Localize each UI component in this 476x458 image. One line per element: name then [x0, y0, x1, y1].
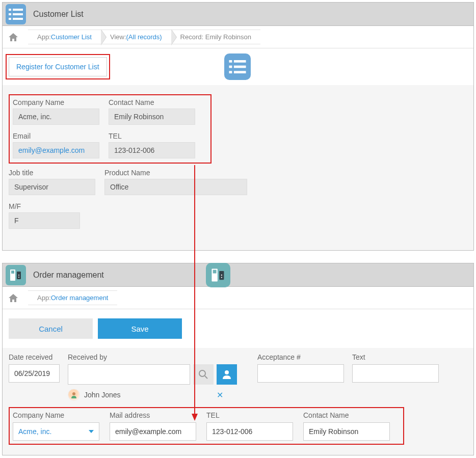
breadcrumb-record: Record: Emily Robinson — [171, 30, 260, 44]
list-app-icon — [6, 4, 26, 24]
mf-label: M/F — [9, 202, 80, 210]
customer-list-panel: Customer List App: Customer List View: (… — [2, 2, 474, 251]
mf-value: F — [9, 212, 80, 229]
svg-rect-18 — [213, 270, 216, 273]
register-button[interactable]: Register for Customer List — [9, 57, 107, 76]
job-title-value: Supervisor — [9, 179, 95, 195]
acceptance-input[interactable] — [257, 364, 344, 383]
company-name-label-b: Company Name — [13, 411, 99, 419]
cancel-button[interactable]: Cancel — [9, 318, 93, 339]
breadcrumb-app[interactable]: App: Customer List — [28, 30, 101, 44]
user-chip: John Jones ✕ — [68, 389, 237, 401]
breadcrumb-app-bottom[interactable]: App: Order management — [28, 290, 117, 305]
home-icon[interactable] — [9, 33, 18, 42]
svg-rect-5 — [13, 18, 23, 20]
svg-rect-4 — [9, 18, 11, 20]
svg-point-21 — [221, 277, 222, 278]
company-name-label: Company Name — [13, 98, 99, 106]
breadcrumb-bar: App: Customer List View: (All records) R… — [3, 26, 473, 48]
panel-title-bottom: Order management — [33, 271, 104, 280]
phone-app-icon-large — [206, 263, 230, 287]
tel-input[interactable] — [206, 422, 293, 441]
svg-rect-1 — [13, 9, 23, 11]
breadcrumb-app-link[interactable]: Customer List — [51, 33, 92, 41]
date-received-input[interactable] — [9, 364, 60, 383]
date-received-label: Date received — [9, 353, 60, 361]
tel-label-b: TEL — [206, 411, 293, 419]
acceptance-label: Acceptance # — [257, 353, 344, 361]
breadcrumb-app-label: App: — [37, 33, 51, 41]
contact-input[interactable] — [303, 422, 390, 441]
svg-point-24 — [225, 370, 229, 374]
user-chip-name: John Jones — [84, 391, 121, 399]
svg-rect-10 — [229, 71, 232, 73]
svg-rect-8 — [229, 66, 232, 68]
svg-rect-11 — [234, 71, 246, 73]
home-icon[interactable] — [9, 293, 18, 303]
svg-rect-13 — [11, 271, 14, 274]
list-app-icon-large — [224, 53, 251, 80]
email-label: Email — [13, 132, 99, 140]
email-value[interactable]: emily@example.com — [13, 142, 99, 158]
phone-app-icon — [6, 265, 26, 285]
breadcrumb-view-label: View: — [110, 33, 126, 41]
save-button[interactable]: Save — [98, 318, 182, 339]
text-input[interactable] — [352, 364, 439, 383]
toolbar: Register for Customer List — [3, 48, 473, 85]
record-detail: Company Name Acme, inc. Contact Name Emi… — [3, 85, 473, 250]
contact-label-b: Contact Name — [303, 411, 390, 419]
highlighted-fields: Company Name Acme, inc. Contact Name Emi… — [9, 94, 211, 164]
svg-rect-6 — [229, 60, 232, 63]
avatar — [68, 389, 80, 401]
breadcrumb-record-label: Record: Emily Robinson — [180, 33, 251, 41]
user-picker-icon[interactable] — [217, 364, 237, 385]
svg-line-23 — [205, 376, 207, 379]
breadcrumb-view-link[interactable]: (All records) — [126, 33, 162, 41]
contact-name-label: Contact Name — [109, 98, 195, 106]
received-by-input[interactable] — [68, 364, 190, 385]
panel-header-bottom: Order management — [3, 263, 473, 287]
remove-user-icon[interactable]: ✕ — [217, 390, 223, 400]
breadcrumb-view[interactable]: View: (All records) — [101, 30, 171, 44]
job-title-label: Job title — [9, 169, 95, 177]
svg-point-22 — [199, 370, 205, 376]
text-label: Text — [352, 353, 439, 361]
company-dropdown-value: Acme, inc. — [18, 427, 51, 436]
panel-title: Customer List — [33, 10, 84, 19]
product-name-value: Office — [104, 179, 247, 195]
tel-label: TEL — [109, 132, 195, 140]
tel-value: 123-012-006 — [109, 142, 195, 158]
search-icon[interactable] — [193, 364, 214, 385]
mapped-fields: Company Name Acme, inc. Mail address TEL… — [9, 407, 404, 445]
breadcrumb-app-label: App: — [37, 294, 51, 302]
received-by-label: Received by — [68, 353, 237, 361]
svg-point-16 — [18, 277, 19, 278]
action-bar: Cancel Save — [3, 309, 473, 348]
breadcrumb-bar-bottom: App: Order management — [3, 287, 473, 309]
svg-rect-3 — [13, 13, 23, 15]
svg-point-15 — [18, 275, 19, 276]
chevron-down-icon — [89, 430, 94, 433]
svg-rect-9 — [234, 66, 246, 68]
svg-rect-7 — [234, 60, 246, 63]
contact-name-value: Emily Robinson — [109, 109, 195, 125]
order-management-panel: Order management App: Order management C… — [2, 263, 474, 455]
product-name-label: Product Name — [104, 169, 247, 177]
panel-header: Customer List — [3, 3, 473, 26]
svg-rect-0 — [9, 9, 11, 11]
svg-point-25 — [72, 392, 75, 395]
svg-rect-2 — [9, 13, 11, 15]
company-name-value: Acme, inc. — [13, 109, 99, 125]
mail-label: Mail address — [110, 411, 196, 419]
breadcrumb-app-link[interactable]: Order management — [51, 294, 109, 302]
svg-point-20 — [221, 274, 222, 275]
form-area: Date received Received by — [3, 348, 473, 455]
company-dropdown[interactable]: Acme, inc. — [13, 422, 99, 441]
mail-input[interactable] — [110, 422, 196, 441]
